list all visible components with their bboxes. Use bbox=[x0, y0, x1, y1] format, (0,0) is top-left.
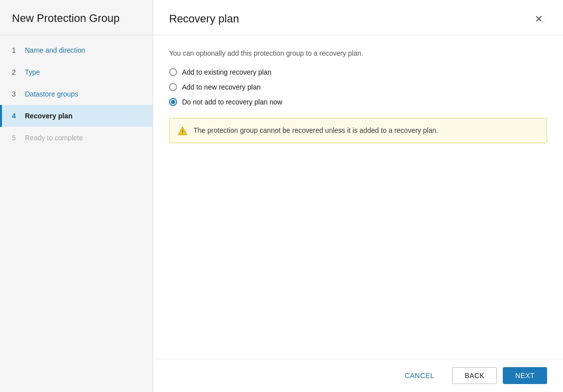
radio-new[interactable] bbox=[169, 83, 177, 91]
cancel-button[interactable]: CANCEL bbox=[393, 368, 446, 384]
radio-option-none[interactable]: Do not add to recovery plan now bbox=[169, 98, 547, 106]
step-label-5: Ready to complete bbox=[25, 134, 83, 142]
radio-option-new[interactable]: Add to new recovery plan bbox=[169, 83, 547, 91]
sidebar-item-datastore-groups[interactable]: 3 Datastore groups bbox=[0, 83, 153, 105]
main-footer: CANCEL BACK NEXT bbox=[153, 359, 563, 392]
radio-existing[interactable] bbox=[169, 68, 177, 76]
warning-icon: ! bbox=[178, 126, 188, 136]
back-button[interactable]: BACK bbox=[452, 367, 497, 384]
next-button[interactable]: NEXT bbox=[503, 367, 547, 384]
sidebar: New Protection Group 1 Name and directio… bbox=[0, 0, 153, 392]
svg-text:!: ! bbox=[182, 129, 183, 135]
step-number-1: 1 bbox=[12, 46, 20, 54]
dialog-title: New Protection Group bbox=[0, 0, 153, 35]
steps-list: 1 Name and direction 2 Type 3 Datastore … bbox=[0, 39, 153, 149]
step-number-4: 4 bbox=[12, 112, 20, 120]
new-protection-group-dialog: New Protection Group 1 Name and directio… bbox=[0, 0, 563, 392]
sidebar-item-name-and-direction[interactable]: 1 Name and direction bbox=[0, 39, 153, 61]
step-label-4: Recovery plan bbox=[25, 112, 73, 120]
main-header: Recovery plan ✕ bbox=[153, 0, 563, 35]
warning-text: The protection group cannot be recovered… bbox=[193, 125, 438, 136]
step-number-3: 3 bbox=[12, 90, 20, 98]
step-label-2: Type bbox=[25, 68, 40, 76]
main-title: Recovery plan bbox=[169, 12, 239, 25]
sidebar-item-ready-to-complete[interactable]: 5 Ready to complete bbox=[0, 127, 153, 149]
step-number-5: 5 bbox=[12, 134, 20, 142]
close-icon: ✕ bbox=[535, 13, 543, 25]
main-body: You can optionally add this protection g… bbox=[153, 35, 563, 359]
radio-option-existing[interactable]: Add to existing recovery plan bbox=[169, 68, 547, 76]
step-label-1: Name and direction bbox=[25, 46, 85, 54]
sidebar-item-recovery-plan[interactable]: 4 Recovery plan bbox=[0, 105, 153, 127]
warning-box: ! The protection group cannot be recover… bbox=[169, 118, 547, 143]
radio-label-existing: Add to existing recovery plan bbox=[182, 68, 272, 76]
step-number-2: 2 bbox=[12, 68, 20, 76]
radio-none[interactable] bbox=[169, 98, 177, 106]
step-label-3: Datastore groups bbox=[25, 90, 78, 98]
main-content: Recovery plan ✕ You can optionally add t… bbox=[153, 0, 563, 392]
subtitle-text: You can optionally add this protection g… bbox=[169, 49, 547, 57]
sidebar-item-type[interactable]: 2 Type bbox=[0, 61, 153, 83]
close-button[interactable]: ✕ bbox=[531, 11, 547, 27]
radio-label-new: Add to new recovery plan bbox=[182, 83, 261, 91]
recovery-plan-options: Add to existing recovery plan Add to new… bbox=[169, 68, 547, 106]
radio-label-none: Do not add to recovery plan now bbox=[182, 98, 282, 106]
